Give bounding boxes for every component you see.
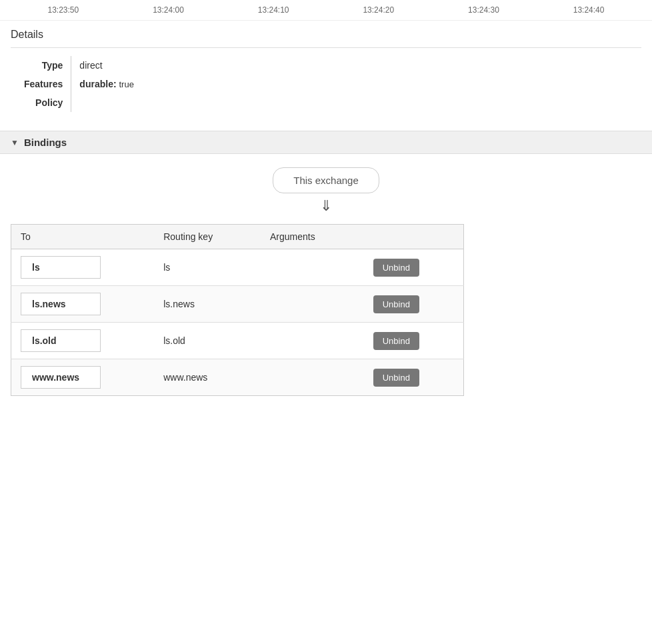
unbind-button[interactable]: Unbind xyxy=(373,369,419,387)
binding-routing-key-cell: ls.old xyxy=(154,323,261,359)
details-section: Details Type direct Features durable: tr… xyxy=(0,21,652,120)
features-row: Features durable: true xyxy=(24,75,142,93)
bindings-content: This exchange ⇓ To Routing key Arguments… xyxy=(0,154,652,409)
type-row: Type direct xyxy=(24,56,142,75)
binding-action-cell: Unbind xyxy=(364,249,464,286)
details-title: Details xyxy=(11,29,641,41)
policy-row: Policy xyxy=(24,93,142,112)
timeline-time-1: 13:23:50 xyxy=(47,5,79,15)
details-divider xyxy=(11,47,641,48)
details-table: Type direct Features durable: true Polic… xyxy=(24,56,142,112)
timeline-time-6: 13:24:40 xyxy=(573,5,605,15)
binding-routing-key-cell: www.news xyxy=(154,359,261,396)
chevron-down-icon: ▼ xyxy=(11,138,19,147)
type-value: direct xyxy=(79,60,102,71)
policy-label: Policy xyxy=(24,93,71,112)
features-val: true xyxy=(119,79,133,89)
queue-box: www.news xyxy=(21,366,101,389)
queue-box: ls.old xyxy=(21,329,101,352)
features-separator: durable: true xyxy=(71,75,142,93)
timeline-bar: 13:23:50 13:24:00 13:24:10 13:24:20 13:2… xyxy=(0,0,652,21)
binding-to-cell: ls.news xyxy=(11,286,155,323)
type-separator: direct xyxy=(71,56,142,75)
binding-arguments-cell xyxy=(261,359,364,396)
binding-arguments-cell xyxy=(261,249,364,286)
col-header-arguments: Arguments xyxy=(261,225,364,249)
timeline-time-3: 13:24:10 xyxy=(258,5,289,15)
binding-to-cell: ls.old xyxy=(11,323,155,359)
unbind-button[interactable]: Unbind xyxy=(373,295,419,313)
table-row: ls.oldls.oldUnbind xyxy=(11,323,464,359)
features-label: Features xyxy=(24,75,71,93)
binding-arguments-cell xyxy=(261,323,364,359)
exchange-flow: This exchange ⇓ xyxy=(11,167,641,213)
table-row: lslsUnbind xyxy=(11,249,464,286)
queue-box: ls.news xyxy=(21,293,101,315)
bindings-title: Bindings xyxy=(24,137,67,148)
timeline-time-2: 13:24:00 xyxy=(153,5,184,15)
queue-box: ls xyxy=(21,256,101,279)
policy-separator xyxy=(71,93,142,112)
binding-routing-key-cell: ls xyxy=(154,249,261,286)
col-header-to: To xyxy=(11,225,155,249)
table-row: ls.newsls.newsUnbind xyxy=(11,286,464,323)
type-label: Type xyxy=(24,56,71,75)
binding-action-cell: Unbind xyxy=(364,359,464,396)
unbind-button[interactable]: Unbind xyxy=(373,332,419,350)
down-arrow-icon: ⇓ xyxy=(320,199,332,213)
this-exchange-box: This exchange xyxy=(273,167,379,193)
binding-routing-key-cell: ls.news xyxy=(154,286,261,323)
features-key: durable: xyxy=(79,79,116,89)
col-header-action xyxy=(364,225,464,249)
timeline-time-5: 13:24:30 xyxy=(468,5,499,15)
col-header-routing-key: Routing key xyxy=(154,225,261,249)
bindings-header: ▼ Bindings xyxy=(0,131,652,154)
binding-to-cell: ls xyxy=(11,249,155,286)
binding-action-cell: Unbind xyxy=(364,323,464,359)
binding-arguments-cell xyxy=(261,286,364,323)
unbind-button[interactable]: Unbind xyxy=(373,259,419,277)
table-header-row: To Routing key Arguments xyxy=(11,225,464,249)
binding-to-cell: www.news xyxy=(11,359,155,396)
bindings-table: To Routing key Arguments lslsUnbindls.ne… xyxy=(11,224,464,396)
table-row: www.newswww.newsUnbind xyxy=(11,359,464,396)
bindings-section: ▼ Bindings This exchange ⇓ To Routing ke… xyxy=(0,131,652,409)
binding-action-cell: Unbind xyxy=(364,286,464,323)
timeline-time-4: 13:24:20 xyxy=(363,5,394,15)
